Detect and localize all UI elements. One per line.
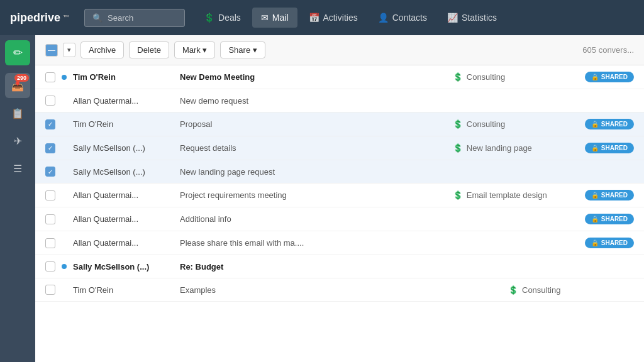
sender-name: Sally McSellson (...) (73, 143, 174, 153)
sender-name-text: Allan Quatermai... (73, 214, 138, 224)
deal-icon: 💲 (453, 143, 463, 153)
search-input[interactable] (108, 13, 177, 23)
inbox-badge: 290 (14, 74, 29, 82)
deal-icon: 💲 (453, 190, 463, 200)
email-row[interactable]: Allan Quatermai...Project requirements m… (35, 184, 644, 207)
archive-button[interactable]: Archive (80, 41, 124, 58)
shared-badge: 🔒SHARED (585, 72, 634, 82)
shared-label: SHARED (601, 121, 628, 128)
email-checkbox-5[interactable] (45, 167, 55, 177)
toolbar: — ▾ Archive Delete Mark ▾ Share ▾ 605 co… (35, 35, 644, 65)
mail-icon: ✉ (261, 13, 269, 23)
archive-icon: ☰ (13, 163, 22, 175)
deal-name: New landing page (467, 143, 532, 153)
delete-button[interactable]: Delete (129, 41, 169, 58)
email-row[interactable]: Tim O'ReinExamples💲Consulting (35, 278, 644, 302)
sidebar-item-notes[interactable]: 📋 (5, 101, 30, 126)
email-row[interactable]: Tim O'ReinNew Demo Meeting💲Consulting🔒SH… (35, 65, 644, 89)
nav-label-deals: Deals (218, 13, 241, 23)
lock-icon: 🔒 (591, 145, 599, 151)
deal-name: Consulting (467, 119, 505, 129)
sender-name: Allan Quatermai... (73, 214, 174, 224)
sidebar-item-archive[interactable]: ☰ (5, 156, 30, 181)
nav-label-contacts: Contacts (392, 13, 427, 23)
email-subject: Proposal (180, 119, 212, 129)
sender-name: Sally McSellson (...) (73, 167, 174, 177)
unread-dot (62, 75, 67, 80)
nav-item-contacts[interactable]: 👤Contacts (369, 8, 436, 28)
shared-label: SHARED (601, 239, 628, 246)
email-row[interactable]: Tim O'ReinProposal💲Consulting🔒SHARED (35, 112, 644, 136)
sender-name: Sally McSellson (...) (73, 262, 174, 272)
email-subject: Project requirements meeting (180, 190, 287, 200)
shared-badge: 🔒SHARED (585, 119, 634, 129)
sender-name-text: Tim O'Rein (73, 119, 113, 129)
nav-label-activities: Activities (323, 13, 358, 23)
compose-icon: ✏ (13, 46, 23, 60)
email-subject: Request details (180, 143, 236, 153)
email-row[interactable]: Allan Quatermai...New demo request (35, 89, 644, 112)
email-subject: Please share this email with ma.... (180, 238, 304, 248)
deal-name: Email template design (467, 190, 547, 200)
sender-name: Allan Quatermai... (73, 190, 174, 200)
unread-dot (62, 264, 67, 269)
email-checkbox-10[interactable] (45, 285, 55, 295)
email-row[interactable]: Allan Quatermai...Additional info🔒SHARED (35, 207, 644, 231)
email-checkbox-6[interactable] (45, 190, 55, 200)
deal-name: Consulting (467, 72, 505, 82)
nav-item-statistics[interactable]: 📈Statistics (438, 8, 506, 28)
lock-icon: 🔒 (591, 239, 599, 246)
email-checkbox-9[interactable] (45, 261, 55, 272)
logo: pipedrive™ (10, 11, 69, 25)
deal-icon: 💲 (453, 119, 463, 129)
sidebar-item-inbox[interactable]: 📥 290 (5, 73, 30, 98)
email-row[interactable]: Allan Quatermai...Please share this emai… (35, 231, 644, 255)
sender-name: Allan Quatermai... (73, 238, 174, 248)
lock-icon: 🔒 (591, 216, 599, 222)
deal-col: 💲Consulting (453, 72, 579, 82)
sender-name: Tim O'Rein (73, 119, 174, 129)
email-row[interactable]: Sally McSellson (...)Request details💲New… (35, 136, 644, 160)
shared-label: SHARED (601, 145, 628, 151)
email-checkbox-4[interactable] (45, 143, 55, 153)
share-button[interactable]: Share ▾ (220, 41, 265, 58)
shared-badge: 🔒SHARED (585, 143, 634, 153)
sidebar: ✏ 📥 290 📋 ✈ ☰ (0, 35, 35, 362)
logo-trademark: ™ (63, 14, 69, 21)
top-nav: pipedrive™ 🔍 💲Deals✉Mail📅Activities👤Cont… (0, 0, 644, 35)
app-body: ✏ 📥 290 📋 ✈ ☰ — ▾ Archive Delete Mark ▾ … (0, 35, 644, 362)
nav-item-activities[interactable]: 📅Activities (300, 8, 367, 28)
select-all-checkbox[interactable]: — (45, 44, 58, 57)
sender-name-text: Allan Quatermai... (73, 238, 138, 248)
search-box[interactable]: 🔍 (84, 9, 185, 27)
shared-label: SHARED (601, 74, 628, 80)
deal-icon: 💲 (508, 285, 518, 295)
email-checkbox-2[interactable] (45, 96, 55, 106)
email-subject: Re: Budget (180, 262, 223, 272)
sender-name: Allan Quatermai... (73, 96, 174, 106)
select-all-check-icon: — (48, 46, 55, 55)
email-checkbox-1[interactable] (45, 72, 55, 82)
notes-icon: 📋 (11, 107, 24, 119)
statistics-icon: 📈 (447, 13, 458, 23)
deal-col: 💲Email template design (453, 190, 579, 200)
select-dropdown[interactable]: ▾ (63, 43, 75, 57)
sidebar-item-send[interactable]: ✈ (5, 128, 30, 153)
email-row[interactable]: Sally McSellson (...)Re: Budget (35, 255, 644, 278)
email-checkbox-7[interactable] (45, 214, 55, 224)
email-checkbox-3[interactable] (45, 119, 55, 129)
email-row[interactable]: Sally McSellson (...)New landing page re… (35, 160, 644, 184)
sender-name-text: Sally McSellson (...) (73, 143, 145, 153)
shared-label: SHARED (601, 216, 628, 222)
compose-button[interactable]: ✏ (5, 40, 30, 65)
sender-name: Tim O'Rein (73, 72, 174, 82)
mark-button[interactable]: Mark ▾ (174, 41, 216, 58)
nav-item-mail[interactable]: ✉Mail (252, 8, 297, 28)
deals-icon: 💲 (204, 13, 214, 23)
nav-label-statistics: Statistics (462, 13, 497, 23)
nav-item-deals[interactable]: 💲Deals (195, 8, 250, 28)
email-checkbox-8[interactable] (45, 238, 55, 248)
deal-col: 💲Consulting (453, 119, 579, 129)
send-icon: ✈ (14, 135, 22, 147)
shared-label: SHARED (601, 192, 628, 199)
